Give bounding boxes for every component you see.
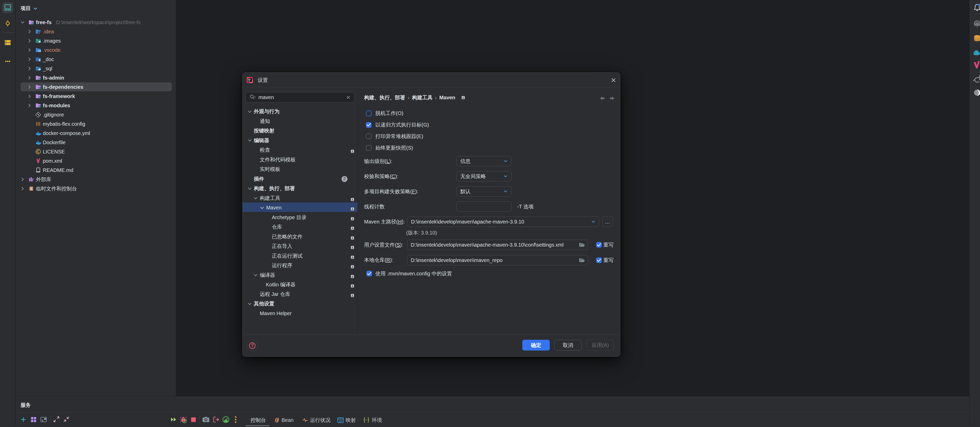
svg-text:API: API bbox=[339, 420, 342, 422]
